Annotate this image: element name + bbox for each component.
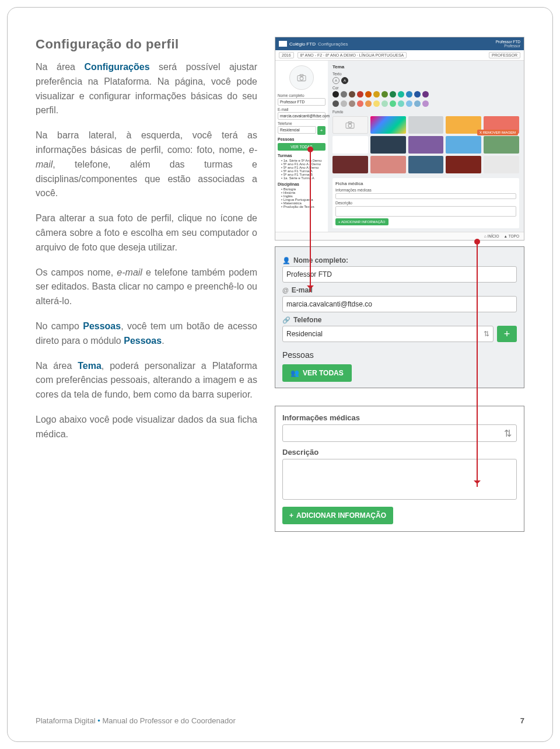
add-phone-button[interactable]: + <box>497 326 517 342</box>
background-tile[interactable] <box>370 156 406 173</box>
color-swatch[interactable] <box>398 91 404 97</box>
text: VER TODAS <box>303 369 344 377</box>
font-size-large[interactable]: A <box>341 77 348 84</box>
color-swatch[interactable] <box>349 100 355 107</box>
color-swatch[interactable] <box>422 91 429 97</box>
ver-todas-button[interactable]: VER TODAS <box>278 143 326 151</box>
text: Na barra lateral, à esquerda, você terá … <box>36 130 257 155</box>
color-swatch[interactable] <box>414 91 421 97</box>
highlight-pessoas: Pessoas <box>124 336 162 346</box>
user-role: Professor <box>496 44 520 48</box>
tema-title: Tema <box>332 64 519 69</box>
background-tile[interactable] <box>484 156 519 173</box>
text: . <box>162 336 164 346</box>
color-swatch[interactable] <box>332 91 339 97</box>
color-swatch[interactable] <box>332 100 339 107</box>
email-input[interactable] <box>282 296 517 312</box>
ficha-medica-box: Ficha médica Informações médicas Descriç… <box>332 178 519 228</box>
app-main: Tema Texto A A Cor Fundo X REMOVER IMAGE… <box>328 61 524 232</box>
descricao-label: Descrição <box>335 201 516 205</box>
list-item[interactable]: 1a. Série e Turma A <box>281 176 326 180</box>
nome-input[interactable] <box>282 266 517 283</box>
color-swatch[interactable] <box>414 100 421 107</box>
background-tile[interactable] <box>446 116 481 134</box>
text: Residencial <box>286 330 323 338</box>
background-tile[interactable] <box>446 156 481 173</box>
remove-image-button[interactable]: X REMOVER IMAGEM <box>477 130 518 135</box>
at-icon: @ <box>282 287 289 294</box>
telefone-select[interactable]: Residencial ⇅ <box>282 326 494 342</box>
background-tile[interactable] <box>408 156 444 173</box>
camera-tile-icon[interactable] <box>332 116 368 134</box>
inicio-link[interactable]: ⌂ INÍCIO <box>484 234 499 238</box>
color-swatch[interactable] <box>406 91 412 97</box>
color-swatch[interactable] <box>382 100 388 107</box>
role-pill[interactable]: PROFESSOR <box>489 52 520 58</box>
callout-arrow-icon <box>310 149 311 292</box>
nome-field[interactable]: Professor FTD <box>278 98 326 106</box>
user-name: Professor FTD <box>496 40 520 44</box>
descricao-textarea[interactable] <box>335 206 516 217</box>
color-swatch[interactable] <box>341 100 347 107</box>
descricao-textarea[interactable] <box>282 459 517 500</box>
background-tile[interactable] <box>332 136 368 154</box>
topo-link[interactable]: ▲ TOPO <box>504 234 519 238</box>
email-field[interactable]: marcia.cavalcanti@ftdse.com <box>278 112 326 120</box>
ver-todas-button[interactable]: 👥 VER TODAS <box>282 364 352 382</box>
adicionar-informacao-button[interactable]: + ADICIONAR INFORMAÇÃO <box>282 507 393 524</box>
background-tile[interactable] <box>332 156 368 173</box>
avatar-icon[interactable] <box>289 65 314 90</box>
color-swatch[interactable] <box>390 100 396 107</box>
italic-email: e-mail <box>117 267 142 277</box>
class-pill[interactable]: 8º ANO - F2 · 8º ANO A DEMO · LÍNGUA POR… <box>298 52 407 58</box>
text: ADICIONAR INFORMAÇÃO <box>296 511 386 520</box>
app-subbar: 2016 8º ANO - F2 · 8º ANO A DEMO · LÍNGU… <box>275 50 524 61</box>
color-swatch[interactable] <box>357 100 363 107</box>
color-row-1 <box>332 91 519 97</box>
add-info-button[interactable]: + ADICIONAR INFORMAÇÃO <box>335 218 388 225</box>
color-swatch[interactable] <box>382 91 388 97</box>
text: Na área <box>36 361 78 371</box>
background-tile[interactable] <box>408 116 444 134</box>
paragraph-2: Na barra lateral, à esquerda, você terá … <box>36 128 257 201</box>
background-tile[interactable] <box>408 136 444 154</box>
color-swatch[interactable] <box>373 91 380 97</box>
background-tile[interactable] <box>446 136 481 154</box>
info-medicas-select[interactable]: ⇅ <box>282 424 517 442</box>
disciplinas-list: BiologiaHistóriaInglêsLíngua PortuguesaM… <box>281 187 326 208</box>
cor-label: Cor <box>332 86 519 90</box>
year-pill[interactable]: 2016 <box>279 52 294 58</box>
color-swatch[interactable] <box>406 100 412 107</box>
text: Nome completo: <box>293 256 348 264</box>
paragraph-6: Na área Tema, poderá personalizar a Plat… <box>36 359 257 402</box>
info-medicas-select[interactable] <box>335 193 516 199</box>
text: , telefone, além das turmas e disciplina… <box>36 159 257 198</box>
footer-subtitle: Manual do Professor e do Coordenador <box>102 716 235 725</box>
color-swatch[interactable] <box>390 91 396 97</box>
color-swatch[interactable] <box>398 100 404 107</box>
color-swatch[interactable] <box>365 91 372 97</box>
background-tile[interactable] <box>484 136 519 154</box>
telefone-select[interactable]: Residencial <box>278 126 316 134</box>
disciplinas-heading: Disciplinas <box>278 182 326 186</box>
turmas-list: 1a. Série e 5º Ano Demo5º ano F1 Ano A -… <box>281 159 326 180</box>
svg-rect-4 <box>349 122 352 124</box>
color-swatch[interactable] <box>357 91 363 97</box>
breadcrumb: Configurações <box>318 41 348 47</box>
turmas-heading: Turmas <box>278 154 326 158</box>
fundo-label: Fundo <box>332 110 519 114</box>
color-swatch[interactable] <box>373 100 380 107</box>
email-label: @ E-mail <box>282 286 517 294</box>
add-phone-button[interactable]: + <box>317 126 326 135</box>
paragraph-5: No campo Pessoas, você tem um botão de a… <box>36 319 257 349</box>
background-tile[interactable] <box>370 136 406 154</box>
background-tile[interactable] <box>370 116 406 134</box>
color-swatch[interactable] <box>341 91 347 97</box>
font-size-small[interactable]: A <box>332 77 340 84</box>
zoom-ficha-panel: Informações médicas ⇅ Descrição + ADICIO… <box>275 406 524 532</box>
highlight-pessoas: Pessoas <box>83 321 121 331</box>
color-swatch[interactable] <box>365 100 372 107</box>
list-item[interactable]: Produção de Textos <box>281 205 326 208</box>
color-swatch[interactable] <box>349 91 355 97</box>
color-swatch[interactable] <box>422 100 429 107</box>
